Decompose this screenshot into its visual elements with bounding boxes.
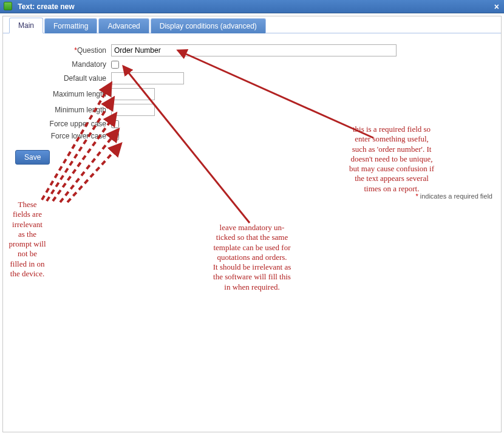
maximum-length-input[interactable] <box>111 88 155 100</box>
force-upper-case-label: Force upper case <box>9 120 111 128</box>
default-value-input[interactable] <box>111 72 184 84</box>
question-label: *Question <box>9 46 111 55</box>
minimum-length-label: Minimum length <box>9 106 111 114</box>
content-frame: Main Formatting Advanced Display conditi… <box>2 16 502 432</box>
required-field-note: * indicates a required field <box>415 192 492 200</box>
mandatory-checkbox[interactable] <box>111 61 119 69</box>
mandatory-label: Mandatory <box>9 60 111 69</box>
annotation-irrelevant-fields: These fields are irrelevant as the promp… <box>3 200 52 279</box>
tab-advanced[interactable]: Advanced <box>98 18 149 33</box>
tab-display-conditions[interactable]: Display conditions (advanced) <box>151 18 266 33</box>
minimum-length-input[interactable] <box>111 104 155 116</box>
close-icon[interactable]: × <box>494 0 499 13</box>
force-lower-case-checkbox[interactable] <box>111 132 119 140</box>
tab-strip: Main Formatting Advanced Display conditi… <box>3 16 501 33</box>
window-titlebar: Text: create new × <box>0 0 504 13</box>
annotation-mandatory: leave mandatory un- ticked so that the s… <box>197 223 307 292</box>
force-lower-case-label: Force lower case <box>9 132 111 140</box>
tab-main[interactable]: Main <box>9 18 43 33</box>
window-title: Text: create new <box>18 2 74 11</box>
maximum-length-label: Maximum length <box>9 90 111 98</box>
question-input[interactable] <box>111 44 397 56</box>
main-tab-panel: *Question Mandatory Default value Maximu… <box>3 33 501 171</box>
default-value-label: Default value <box>9 74 111 83</box>
tab-formatting[interactable]: Formatting <box>44 18 97 33</box>
window-icon <box>4 2 12 10</box>
force-upper-case-checkbox[interactable] <box>111 120 119 128</box>
save-button[interactable]: Save <box>15 150 50 165</box>
